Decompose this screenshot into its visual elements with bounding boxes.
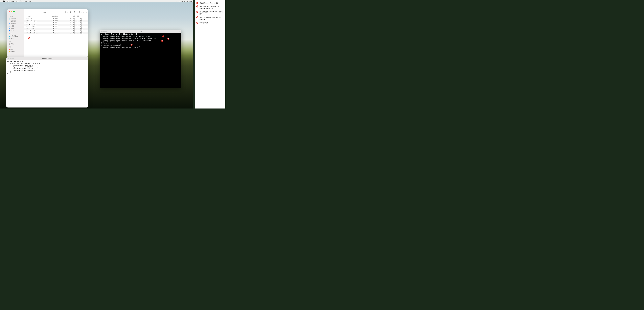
minimize-icon[interactable] (103, 31, 105, 32)
annotation-badge-1: 1 (162, 35, 164, 37)
file-modified: 今天 12:47 (52, 30, 67, 32)
annotation-item: 4使用 java 解释运行 code 目录下的 PrintData (196, 16, 224, 20)
menu-edit[interactable]: 编辑 (12, 0, 14, 2)
sidebar-item-airdrop[interactable]: ◎隔空投送 (7, 17, 24, 20)
finder-window: 个人收藏 ◎隔空投送 ◷最近使用 ⊞应用程序 ▭桌面 🀰文稿 ⬇下载 iClou… (7, 9, 88, 57)
annotation-badge-3: 3 (28, 37, 30, 39)
file-kind: Java 类文 (76, 24, 88, 26)
file-name: MyWorld.class (28, 26, 52, 28)
clock[interactable]: 1月4日 周四 12:59 (182, 0, 192, 2)
terminal-shortcut: ⌥⌘1 (177, 31, 180, 32)
col-size[interactable]: 大小 (67, 15, 76, 17)
file-name: PrintData.class (28, 18, 52, 20)
grid-icon: ⊞ (8, 23, 10, 24)
finder-toolbar: 〈 〉 code ☰ ⌄ ▦ ⌄ ⤴ ◇ ⊙ ⌄ » ⌕ (24, 9, 88, 15)
file-icon: 🀰 (26, 28, 28, 30)
annotation-badge-5: 5 (130, 44, 132, 46)
annotation-badge-4: 4 (161, 40, 163, 42)
back-button[interactable]: 〈 (34, 10, 36, 13)
badge-icon: 4 (196, 16, 198, 18)
sidebar-tag-red[interactable]: Red (7, 48, 24, 50)
file-name: PrintData.java (28, 20, 52, 22)
finder-title: code (42, 11, 46, 13)
file-row[interactable]: ⬚HelloWorld.class今天 12:47425 字节Java 类文 (24, 30, 88, 32)
file-kind: Java 源代 (76, 20, 88, 22)
annotation-text: 编译成功生成 PrintData.class 字节码文件 (200, 11, 224, 15)
editor-content[interactable]: public class PrintData{ public static vo… (6, 60, 88, 75)
annotation-item: 2使用 javac 编译 code 目录下的 PrintData.java 源文… (196, 5, 224, 9)
annotation-text: 使用 java 解释运行 code 目录下的 PrintData (200, 16, 224, 20)
close-icon[interactable] (101, 31, 102, 32)
file-icon: ⬚ (26, 18, 28, 20)
file-name: HelloWorld.class (28, 30, 52, 32)
tag-icon[interactable]: ◇ (76, 11, 78, 13)
share-icon[interactable]: ⤴ (74, 11, 75, 13)
file-row[interactable]: 🀰PrintData.java今天 12:57213 字节Java 源代 (24, 20, 88, 22)
sidebar-item-network[interactable]: ⊕网络 (7, 43, 24, 45)
file-list[interactable]: ⬚PrintData.class今天 12:58531 字节Java 类文🀰Pr… (24, 18, 88, 57)
sidebar-item-applications[interactable]: ⊞应用程序 (7, 22, 24, 25)
text-editor-window: 🀰 PrintData.java public class PrintData{… (6, 57, 88, 108)
file-row[interactable]: ⬚American.class今天 12:51189 字节Java 类文 (24, 22, 88, 24)
menu-window[interactable]: 窗口 (24, 0, 27, 2)
terminal-title: ~zsh (139, 31, 142, 32)
close-icon[interactable] (8, 58, 9, 59)
terminal-content[interactable]: Last login: Thu Jan 4 12:51:12 on ttys00… (100, 33, 182, 49)
control-center-icon[interactable]: ☰ (179, 0, 180, 2)
desktop-icon: ▭ (8, 25, 10, 27)
java-file-icon: 🀰 (42, 58, 44, 59)
globe-icon: ⊕ (8, 43, 10, 45)
file-row[interactable]: ⬚PrintData.class今天 12:58531 字节Java 类文 (24, 18, 88, 20)
badge-icon: 1 (196, 2, 198, 4)
file-modified: 今天 12:51 (52, 24, 67, 26)
minimize-icon[interactable] (10, 58, 12, 59)
col-name[interactable]: 名称 (24, 15, 52, 17)
file-row[interactable]: 🀰HelloWorld.java今天 12:44106 字节Java 源代 (24, 32, 88, 34)
file-row[interactable]: 🀰MyWorld.java今天 12:51147 字节Java 源代 (24, 28, 88, 30)
file-kind: Java 类文 (76, 26, 88, 28)
file-name: Chinese.class (28, 24, 52, 26)
file-name: American.class (28, 22, 52, 24)
file-row[interactable]: ⬚MyWorld.class今天 12:51424 字节Java 类文 (24, 26, 88, 28)
sidebar-item-desktop[interactable]: ▭桌面 (7, 25, 24, 27)
sidebar-item-documents[interactable]: 🀰文稿 (7, 27, 24, 30)
search-icon[interactable]: ⌕ (86, 11, 87, 13)
view-options-icon[interactable]: ☰ ⌄ (65, 11, 68, 13)
file-kind: Java 源代 (76, 32, 88, 34)
app-menu[interactable]: 访达 (3, 0, 6, 2)
action-icon[interactable]: ⊙ ⌄ (79, 11, 82, 13)
col-modified[interactable]: 修改日期 ⌄ (52, 15, 67, 17)
forward-button[interactable]: 〉 (38, 10, 40, 13)
menu-view[interactable]: 显示 (16, 0, 18, 2)
annotation-item: 3编译成功生成 PrintData.class 字节码文件 (196, 11, 224, 15)
editor-titlebar: 🀰 PrintData.java (6, 57, 88, 60)
annotation-badge-2: 2 (167, 38, 169, 40)
file-size: 531 字节 (67, 18, 76, 20)
menu-go[interactable]: 前往 (20, 0, 23, 2)
group-icon[interactable]: ▦ ⌄ (70, 11, 72, 13)
sidebar-item-recents[interactable]: ◷最近使用 (7, 20, 24, 22)
menu-help[interactable]: 帮助 (29, 0, 31, 2)
file-icon: ⬚ (26, 30, 28, 32)
maximize-icon[interactable] (12, 58, 14, 59)
maximize-icon[interactable] (105, 31, 107, 32)
file-row[interactable]: ⬚Chinese.class今天 12:51188 字节Java 类文 (24, 24, 88, 26)
finder-sidebar: 个人收藏 ◎隔空投送 ◷最近使用 ⊞应用程序 ▭桌面 🀰文稿 ⬇下载 iClou… (7, 9, 24, 57)
close-icon[interactable] (8, 11, 10, 12)
menu-file[interactable]: 文件 (7, 0, 10, 2)
menu-extra-icon[interactable]: ••• (176, 0, 178, 2)
maximize-icon[interactable] (13, 11, 15, 12)
sidebar-tag-orange[interactable]: Orange (7, 50, 24, 52)
file-modified: 今天 12:51 (52, 26, 67, 28)
overflow-icon[interactable]: » (84, 11, 84, 13)
file-size: 213 字节 (67, 20, 76, 22)
download-icon: ⬇ (8, 30, 10, 32)
badge-icon: 2 (196, 5, 198, 7)
sidebar-item-icloud-drive[interactable]: ☁iCloud 云盘 (7, 35, 24, 37)
badge-icon: 3 (196, 11, 198, 13)
col-kind[interactable]: 种类 (76, 15, 88, 17)
file-name: HelloWorld.java (28, 32, 52, 34)
sidebar-item-downloads[interactable]: ⬇下载 (7, 30, 24, 32)
sidebar-item-shared[interactable]: ⫘共享 (7, 37, 24, 40)
minimize-icon[interactable] (11, 11, 12, 12)
